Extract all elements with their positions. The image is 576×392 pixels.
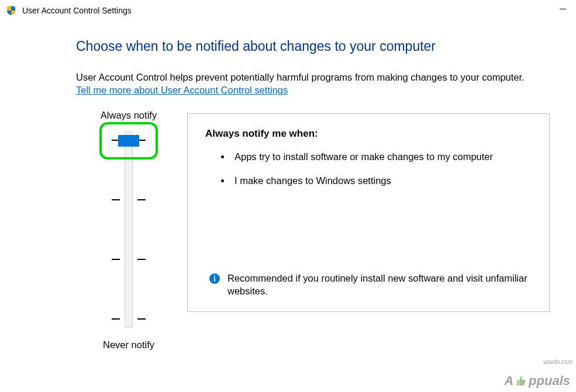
content-area: Choose when to be notified about changes… [0, 21, 576, 351]
watermark-text: A [504, 373, 513, 388]
title-bar: User Account Control Settings [0, 0, 576, 21]
learn-more-link[interactable]: Tell me more about User Account Control … [76, 85, 288, 96]
panel-bullet: Apps try to install software or make cha… [231, 150, 532, 163]
watermark-text: ppuals [529, 373, 570, 388]
svg-rect-3 [214, 275, 215, 276]
svg-rect-2 [214, 277, 215, 282]
svg-rect-0 [560, 9, 566, 9]
panel-bullet-list: Apps try to install software or make cha… [205, 150, 532, 197]
slider-tick [112, 318, 120, 320]
main-row: Always notify Never notify Always notify… [76, 110, 576, 351]
recommendation-row: Recommended if you routinely install new… [205, 272, 532, 303]
slider-tick [112, 259, 120, 260]
slider-tick [112, 199, 120, 200]
recommendation-text: Recommended if you routinely install new… [227, 272, 532, 298]
panel-bullet: I make changes to Windows settings [231, 174, 532, 187]
panel-title: Always notify me when: [205, 128, 532, 140]
notification-level-panel: Always notify me when: Apps try to insta… [187, 113, 550, 312]
uac-shield-icon [6, 5, 16, 16]
thumbs-up-icon [515, 374, 527, 387]
slider-label-top: Always notify [101, 110, 157, 121]
info-icon [209, 273, 220, 287]
slider-thumb[interactable] [118, 135, 139, 147]
window-title: User Account Control Settings [22, 6, 132, 15]
slider-column: Always notify Never notify [76, 110, 181, 351]
uac-slider[interactable] [96, 127, 161, 332]
slider-tick [137, 199, 146, 200]
source-label: wsxdn.com [543, 359, 572, 365]
watermark-logo: A ppuals [504, 373, 570, 388]
slider-track [125, 131, 133, 328]
slider-tick [137, 259, 146, 260]
window-controls [549, 0, 576, 18]
minimize-button[interactable] [549, 0, 576, 18]
page-heading: Choose when to be notified about changes… [76, 39, 576, 54]
slider-tick [137, 318, 146, 320]
description-text: User Account Control helps prevent poten… [76, 71, 576, 84]
slider-label-bottom: Never notify [103, 339, 154, 351]
